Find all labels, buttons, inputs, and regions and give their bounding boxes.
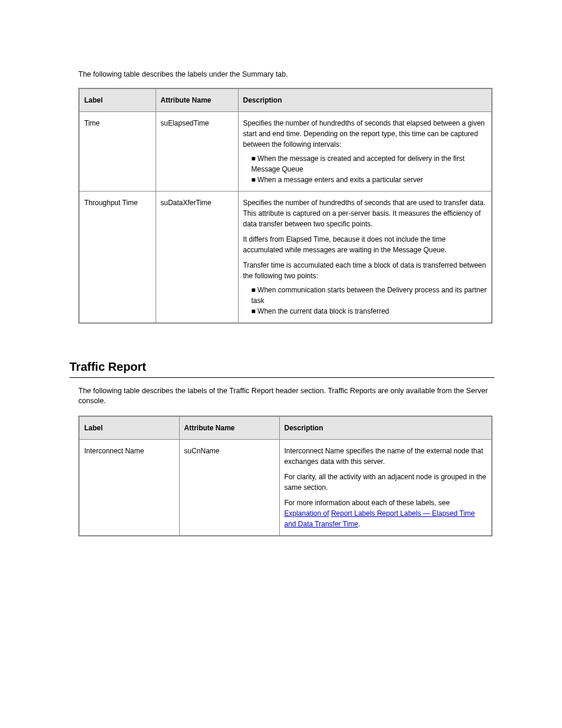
- section-heading: Traffic Report: [70, 360, 494, 378]
- desc-para: It differs from Elapsed Time, because it…: [243, 234, 487, 255]
- cell-attr: suElapsedTime: [156, 111, 238, 191]
- cell-desc: Interconnect Name specifies the name of …: [279, 439, 492, 536]
- col-description: Description: [279, 416, 492, 440]
- cell-attr: suDataXferTime: [156, 191, 238, 323]
- table-head: Label Attribute Name Description: [79, 88, 492, 112]
- table-row: Throughput Time suDataXferTime Specifies…: [79, 191, 492, 323]
- section-subtext: The following table describes the labels…: [78, 386, 494, 406]
- desc-para: For more information about each of these…: [285, 498, 487, 529]
- desc-para: Interconnect Name specifies the name of …: [285, 446, 487, 467]
- desc-para: Specifies the number of hundredths of se…: [243, 197, 487, 229]
- cell-attr: suCnName: [179, 439, 279, 536]
- table-head: Label Attribute Name Description: [79, 416, 492, 440]
- cell-label: Interconnect Name: [79, 439, 179, 536]
- bullet-item: ■ When communication starts between the …: [243, 285, 487, 306]
- summary-labels-table: Label Attribute Name Description Time su…: [78, 88, 492, 324]
- desc-para: For clarity, all the activity with an ad…: [285, 472, 487, 493]
- table-row: Interconnect Name suCnName Interconnect …: [79, 439, 492, 536]
- cell-label: Throughput Time: [79, 191, 156, 323]
- cell-desc: Specifies the number of hundredths of se…: [238, 191, 492, 323]
- table-header-row: Label Attribute Name Description: [79, 416, 492, 440]
- cell-desc: Specifies the number of hundredths of se…: [238, 111, 492, 191]
- table-header-row: Label Attribute Name Description: [79, 88, 492, 112]
- page-content: The following table describes the labels…: [0, 0, 562, 572]
- table-row: Time suElapsedTime Specifies the number …: [79, 111, 492, 191]
- cross-ref-link[interactable]: Explanation of: [285, 509, 329, 518]
- bullet-item: ■ When the message is created and accept…: [243, 153, 487, 174]
- col-attribute: Attribute Name: [156, 88, 238, 112]
- col-description: Description: [238, 88, 492, 112]
- cell-label: Time: [79, 111, 156, 191]
- col-label: Label: [79, 416, 179, 440]
- intro-text: The following table describes the labels…: [78, 70, 494, 80]
- bullet-item: ■ When the current data block is transfe…: [243, 306, 487, 317]
- traffic-report-table: Label Attribute Name Description Interco…: [78, 416, 492, 536]
- desc-text: Specifies the number of hundredths of se…: [243, 119, 485, 149]
- col-label: Label: [79, 88, 156, 112]
- desc-para: Transfer time is accumulated each time a…: [243, 260, 487, 281]
- col-attribute: Attribute Name: [179, 416, 279, 440]
- bullet-item: ■ When a message enters and exits a part…: [243, 174, 487, 185]
